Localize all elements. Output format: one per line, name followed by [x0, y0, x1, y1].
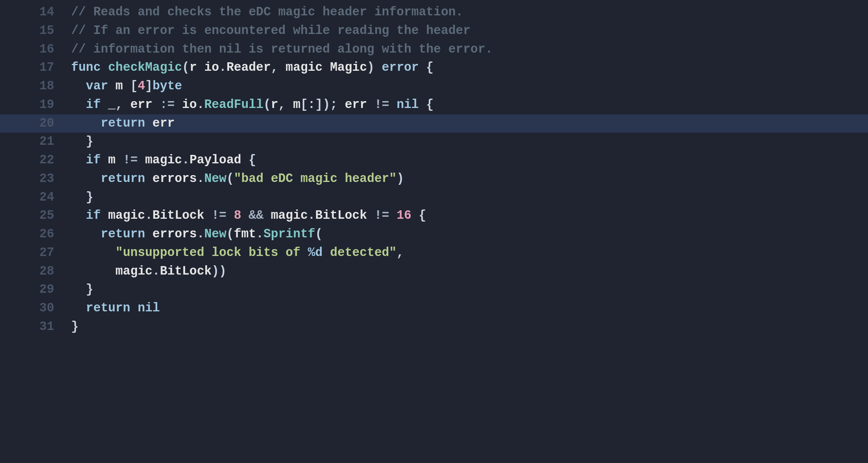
- token-c: // If an error is encountered while read…: [71, 24, 470, 38]
- line-number: 28: [10, 262, 71, 281]
- code-content[interactable]: return errors.New("bad eDC magic header"…: [71, 170, 868, 188]
- code-line[interactable]: 31}: [0, 318, 868, 336]
- token-id: [71, 264, 116, 278]
- token-ty: Magic: [330, 61, 367, 74]
- line-number: 19: [10, 96, 71, 114]
- code-content[interactable]: "unsupported lock bits of %d detected",: [71, 244, 868, 262]
- code-content[interactable]: // If an error is encountered while read…: [71, 22, 868, 40]
- code-line[interactable]: 16// information then nil is returned al…: [0, 40, 868, 59]
- line-number: 15: [10, 22, 71, 40]
- token-kw: return: [101, 227, 145, 241]
- token-op: !=: [375, 209, 390, 222]
- token-str: "bad eDC magic header": [234, 172, 397, 186]
- code-content[interactable]: if _, err := io.ReadFull(r, m[:]); err !…: [71, 96, 868, 114]
- code-content[interactable]: }: [71, 188, 868, 207]
- token-id: err: [345, 98, 374, 112]
- code-content[interactable]: return err: [71, 114, 868, 133]
- token-op: !=: [375, 98, 390, 112]
- code-line[interactable]: 30 return nil: [0, 299, 868, 318]
- token-id: [101, 61, 108, 74]
- code-content[interactable]: if magic.BitLock != 8 && magic.BitLock !…: [71, 207, 868, 225]
- token-kw: %d: [308, 246, 323, 260]
- token-p: (: [182, 61, 190, 74]
- code-line[interactable]: 22 if m != magic.Payload {: [0, 151, 868, 170]
- line-number: 14: [10, 3, 71, 22]
- token-kw: return: [86, 301, 131, 315]
- token-p: .: [152, 264, 160, 278]
- token-id: [241, 209, 249, 222]
- token-id: magic: [116, 264, 153, 278]
- code-line[interactable]: 14// Reads and checks the eDC magic head…: [0, 3, 868, 22]
- code-content[interactable]: if m != magic.Payload {: [71, 151, 868, 170]
- token-kw: func: [71, 61, 101, 74]
- token-id: magic: [101, 209, 145, 222]
- token-id: [71, 246, 116, 260]
- line-number: 30: [10, 299, 71, 318]
- code-content[interactable]: return errors.New(fmt.Sprintf(: [71, 225, 868, 244]
- token-num: 8: [234, 209, 241, 222]
- token-c: // information then nil is returned alon…: [71, 42, 493, 56]
- token-id: m: [293, 98, 300, 112]
- token-id: [71, 79, 86, 93]
- code-line[interactable]: 17func checkMagic(r io.Reader, magic Mag…: [0, 59, 868, 77]
- code-content[interactable]: magic.BitLock)): [71, 262, 868, 281]
- token-ty: Reader: [226, 61, 271, 74]
- token-id: magic: [138, 153, 182, 167]
- code-line[interactable]: 25 if magic.BitLock != 8 && magic.BitLoc…: [0, 207, 868, 225]
- token-id: fmt: [234, 227, 256, 241]
- code-line[interactable]: 21 }: [0, 133, 868, 151]
- token-id: magic: [286, 61, 330, 74]
- token-id: r: [271, 98, 278, 112]
- code-content[interactable]: }: [71, 133, 868, 151]
- token-id: magic: [263, 209, 308, 222]
- code-content[interactable]: var m [4]byte: [71, 77, 868, 96]
- token-p: ,: [271, 61, 286, 74]
- token-p: [: [130, 79, 137, 93]
- token-num: 4: [138, 79, 145, 93]
- token-kw: var: [86, 79, 108, 93]
- code-editor[interactable]: 14// Reads and checks the eDC magic head…: [0, 0, 868, 353]
- code-line[interactable]: 27 "unsupported lock bits of %d detected…: [0, 244, 868, 262]
- code-content[interactable]: // information then nil is returned alon…: [71, 40, 868, 59]
- token-id: Payload: [190, 153, 249, 167]
- token-call: New: [204, 172, 226, 186]
- code-line[interactable]: 26 return errors.New(fmt.Sprintf(: [0, 225, 868, 244]
- token-kw: return: [101, 172, 145, 186]
- token-kw: return: [101, 116, 145, 130]
- token-kw: if: [86, 98, 101, 112]
- line-number: 22: [10, 151, 71, 170]
- token-p: {: [249, 153, 256, 167]
- token-p: {: [419, 61, 434, 74]
- token-p: .: [197, 172, 204, 186]
- code-line[interactable]: 20 return err: [0, 114, 868, 133]
- token-id: err: [145, 116, 175, 130]
- token-p: )): [212, 264, 227, 278]
- line-number: 17: [10, 59, 71, 77]
- token-str: "unsupported lock bits of: [116, 246, 308, 260]
- code-content[interactable]: }: [71, 281, 868, 299]
- line-number: 24: [10, 188, 71, 207]
- code-line[interactable]: 29 }: [0, 281, 868, 299]
- token-p: (: [226, 172, 234, 186]
- code-content[interactable]: // Reads and checks the eDC magic header…: [71, 3, 868, 22]
- token-id: [71, 190, 86, 204]
- code-line[interactable]: 18 var m [4]byte: [0, 77, 868, 96]
- token-id: errors: [145, 172, 197, 186]
- token-id: [71, 172, 101, 186]
- token-p: .: [197, 98, 204, 112]
- code-line[interactable]: 28 magic.BitLock)): [0, 262, 868, 281]
- token-call: New: [204, 227, 226, 241]
- token-p: ]: [145, 79, 152, 93]
- token-p: .: [219, 61, 226, 74]
- token-id: [71, 98, 86, 112]
- code-content[interactable]: func checkMagic(r io.Reader, magic Magic…: [71, 59, 868, 77]
- code-line[interactable]: 19 if _, err := io.ReadFull(r, m[:]); er…: [0, 96, 868, 114]
- code-line[interactable]: 15// If an error is encountered while re…: [0, 22, 868, 40]
- token-p: .: [308, 209, 315, 222]
- code-content[interactable]: return nil: [71, 299, 868, 318]
- token-id: [130, 301, 137, 315]
- code-content[interactable]: }: [71, 318, 868, 336]
- token-id: io: [204, 61, 219, 74]
- code-line[interactable]: 23 return errors.New("bad eDC magic head…: [0, 170, 868, 188]
- code-line[interactable]: 24 }: [0, 188, 868, 207]
